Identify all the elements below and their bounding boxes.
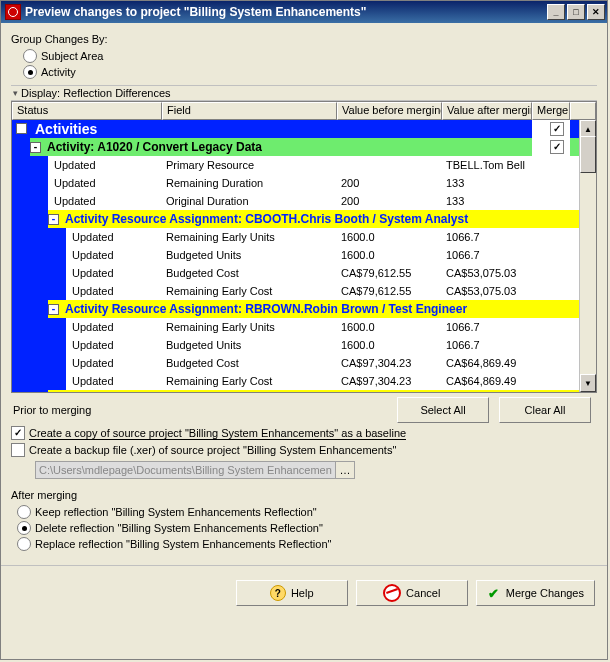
cancel-icon xyxy=(383,584,401,602)
table-row[interactable]: UpdatedBudgeted CostCA$97,304.23CA$64,86… xyxy=(12,354,580,372)
col-status[interactable]: Status xyxy=(12,102,162,120)
backup-path-input xyxy=(35,461,336,479)
table-row[interactable]: UpdatedOriginal Duration200133 xyxy=(12,192,580,210)
prior-to-merging-label: Prior to merging xyxy=(13,404,387,416)
col-field[interactable]: Field xyxy=(162,102,337,120)
radio-subject-area-label: Subject Area xyxy=(41,50,103,62)
radio-replace-label: Replace reflection "Billing System Enhan… xyxy=(35,538,331,550)
merge-icon: ✔ xyxy=(487,586,501,600)
clear-all-button[interactable]: Clear All xyxy=(499,397,591,423)
radio-delete-label: Delete reflection "Billing System Enhanc… xyxy=(35,522,323,534)
scroll-thumb[interactable] xyxy=(580,136,596,173)
display-label: Display: Reflection Differences xyxy=(21,87,171,99)
tree-row-assignment[interactable]: -Activity Resource Assignment: CBOOTH.Ch… xyxy=(12,210,580,228)
cancel-button[interactable]: Cancel xyxy=(356,580,468,606)
help-button[interactable]: ? Help xyxy=(236,580,348,606)
separator xyxy=(1,565,607,566)
tree-row-assignment[interactable]: -Activity Resource Assignment: RBROWN.Ro… xyxy=(12,300,580,318)
merge-checkbox[interactable] xyxy=(550,140,564,154)
tree-row-root[interactable]: -Activities xyxy=(12,120,580,138)
create-copy-checkbox[interactable] xyxy=(11,426,25,440)
table-row[interactable]: UpdatedRemaining Early Units1600.01066.7 xyxy=(12,228,580,246)
window-title: Preview changes to project "Billing Syst… xyxy=(25,5,545,19)
title-bar: Preview changes to project "Billing Syst… xyxy=(1,1,607,23)
radio-activity[interactable] xyxy=(23,65,37,79)
radio-delete-reflection[interactable] xyxy=(17,521,31,535)
table-row[interactable]: UpdatedRemaining Early Units1600.01066.7 xyxy=(12,318,580,336)
help-icon: ? xyxy=(270,585,286,601)
table-row[interactable]: UpdatedRemaining Early CostCA$97,304.23C… xyxy=(12,372,580,390)
display-collapse-bar[interactable]: ▾ Display: Reflection Differences xyxy=(11,85,597,101)
collapse-icon[interactable]: - xyxy=(30,142,41,153)
radio-replace-reflection[interactable] xyxy=(17,537,31,551)
radio-activity-label: Activity xyxy=(41,66,76,78)
scroll-down-icon[interactable]: ▼ xyxy=(580,374,596,392)
create-backup-checkbox[interactable] xyxy=(11,443,25,457)
merge-checkbox[interactable] xyxy=(550,122,564,136)
radio-keep-label: Keep reflection "Billing System Enhancem… xyxy=(35,506,317,518)
after-merging-label: After merging xyxy=(11,489,597,501)
col-before[interactable]: Value before merging xyxy=(337,102,442,120)
close-button[interactable]: ✕ xyxy=(587,4,605,20)
tree-row-activity[interactable]: -Activity: A1020 / Convert Legacy Data xyxy=(12,138,580,156)
col-after[interactable]: Value after merging xyxy=(442,102,532,120)
create-backup-label: Create a backup file (.xer) of source pr… xyxy=(29,444,396,456)
table-row[interactable]: UpdatedBudgeted Units1600.01066.7 xyxy=(12,246,580,264)
group-changes-label: Group Changes By: xyxy=(11,33,597,45)
minimize-button[interactable]: _ xyxy=(547,4,565,20)
create-copy-label: Create a copy of source project "Billing… xyxy=(29,427,406,440)
table-row[interactable]: UpdatedBudgeted CostCA$79,612.55CA$53,07… xyxy=(12,264,580,282)
col-merge[interactable]: Merge xyxy=(532,102,570,120)
table-row[interactable]: UpdatedRemaining Duration200133 xyxy=(12,174,580,192)
col-end xyxy=(570,102,596,120)
select-all-button[interactable]: Select All xyxy=(397,397,489,423)
radio-subject-area[interactable] xyxy=(23,49,37,63)
app-icon xyxy=(5,4,21,20)
table-row[interactable]: UpdatedPrimary ResourceTBELL.Tom Bell xyxy=(12,156,580,174)
merge-changes-button[interactable]: ✔ Merge Changes xyxy=(476,580,595,606)
changes-grid: Status Field Value before merging Value … xyxy=(11,101,597,393)
browse-button[interactable]: … xyxy=(336,461,355,479)
collapse-icon[interactable]: - xyxy=(48,304,59,315)
chevron-down-icon: ▾ xyxy=(13,88,18,98)
maximize-button[interactable]: □ xyxy=(567,4,585,20)
collapse-icon[interactable]: - xyxy=(48,214,59,225)
table-row[interactable]: UpdatedRemaining Early CostCA$79,612.55C… xyxy=(12,282,580,300)
tree-row-assignment[interactable]: -Activity Resource Assignment: TBELL.Tom… xyxy=(12,390,580,392)
table-row[interactable]: UpdatedBudgeted Units1600.01066.7 xyxy=(12,336,580,354)
collapse-icon[interactable]: - xyxy=(16,123,27,134)
grid-header: Status Field Value before merging Value … xyxy=(12,102,596,120)
vertical-scrollbar[interactable]: ▲ ▼ xyxy=(579,120,596,392)
radio-keep-reflection[interactable] xyxy=(17,505,31,519)
